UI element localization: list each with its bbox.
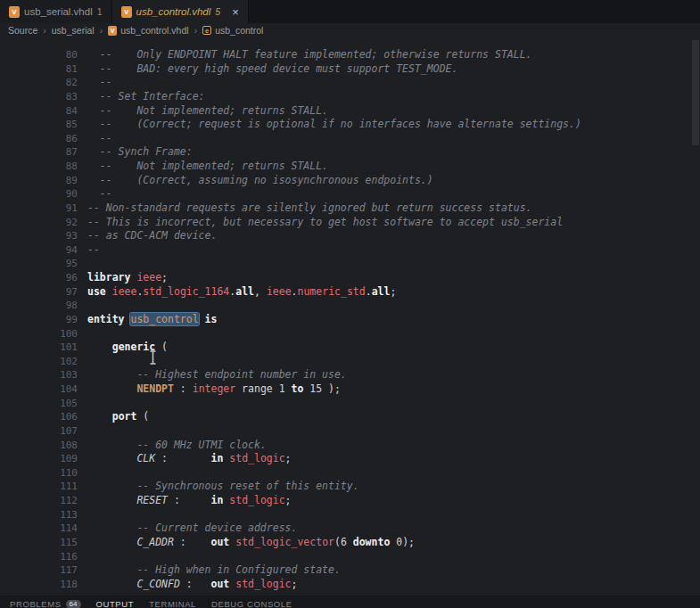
code-line[interactable]: 100 — [0, 327, 700, 341]
code-text — [80, 355, 87, 369]
code-text: use ieee.std_logic_1164.all, ieee.numeri… — [80, 285, 396, 300]
breadcrumb-item-usb-serial[interactable]: usb_serial — [52, 25, 95, 36]
line-number: 98 — [0, 299, 80, 313]
code-line[interactable]: 116 — [0, 550, 700, 564]
code-editor[interactable]: 80 -- Only ENDPOINT HALT feature impleme… — [0, 37, 700, 596]
code-text: -- Not implemented; returns STALL. — [80, 104, 328, 119]
code-text: -- Synch Frame: — [80, 145, 193, 160]
code-text — [80, 397, 87, 411]
code-line[interactable]: 102 — [0, 355, 700, 369]
code-line[interactable]: 97use ieee.std_logic_1164.all, ieee.nume… — [0, 285, 700, 300]
code-line[interactable]: 87 -- Synch Frame: — [0, 145, 700, 160]
code-line[interactable]: 84 -- Not implemented; returns STALL. — [0, 104, 700, 119]
breadcrumb-file-label: usb_control.vhdl — [120, 25, 188, 36]
tab-usb-control-vhdl[interactable]: V usb_control.vhdl 5 × — [112, 0, 249, 23]
breadcrumb-item-usb-control-vhdl[interactable]: V usb_control.vhdl — [108, 25, 188, 36]
breadcrumb-item-usb-control-symbol[interactable]: e usb_control — [202, 25, 263, 36]
code-text: -- Set Interface: — [80, 90, 205, 104]
code-text: -- 60 MHz UTMI clock. — [80, 439, 267, 453]
line-number: 115 — [0, 536, 80, 550]
line-number: 117 — [0, 563, 80, 578]
code-line[interactable]: 91-- Non-standard requests are silently … — [0, 201, 700, 216]
code-line[interactable]: 110 — [0, 466, 700, 481]
line-number: 108 — [0, 439, 80, 453]
code-line[interactable]: 111 -- Synchronous reset of this entity. — [0, 480, 700, 494]
line-number: 106 — [0, 410, 80, 424]
code-line[interactable]: 105 — [0, 397, 700, 411]
chevron-right-icon: › — [100, 25, 103, 36]
code-line[interactable]: 81 -- BAD: every high speed device must … — [0, 62, 700, 77]
line-number: 86 — [0, 132, 80, 146]
code-line[interactable]: 93-- as CDC-ACM device. — [0, 229, 700, 243]
tab-label: usb_control.vhdl — [136, 6, 211, 17]
code-line[interactable]: 99entity usb_control is — [0, 313, 700, 327]
breadcrumb-item-source[interactable]: Source — [8, 25, 37, 36]
line-number: 110 — [0, 466, 80, 481]
code-text: -- Non-standard requests are silently ig… — [80, 201, 532, 216]
code-line[interactable]: 114 -- Current device address. — [0, 522, 700, 536]
code-line[interactable]: 109 CLK : in std_logic; — [0, 452, 700, 466]
code-line[interactable]: 113 — [0, 508, 700, 522]
tab-usb-serial-vhdl[interactable]: V usb_serial.vhdl 1 — [0, 0, 112, 23]
code-line[interactable]: 82 -- — [0, 76, 700, 90]
code-text: -- This is incorrect, but necessary to g… — [80, 216, 563, 230]
code-line[interactable]: 118 C_CONFD : out std_logic; — [0, 578, 700, 592]
code-text: -- as CDC-ACM device. — [80, 229, 217, 243]
line-number: 80 — [0, 48, 80, 62]
line-number: 90 — [0, 187, 80, 201]
code-text: -- Synchronous reset of this entity. — [80, 480, 359, 494]
code-text: RESET : in std_logic; — [80, 494, 292, 508]
line-number: 114 — [0, 522, 80, 536]
code-line[interactable]: 103 -- Highest endpoint number in use. — [0, 368, 700, 382]
panel-tab-terminal[interactable]: TERMINAL — [149, 599, 196, 608]
line-number: 104 — [0, 382, 80, 397]
code-line[interactable]: 88 -- Not implemented; returns STALL. — [0, 160, 700, 174]
code-text: -- — [80, 187, 112, 201]
line-number: 118 — [0, 578, 80, 592]
line-number: 88 — [0, 160, 80, 174]
scrollbar[interactable] — [691, 37, 700, 596]
code-line[interactable]: 94-- — [0, 243, 700, 258]
vhdl-file-icon: V — [121, 6, 132, 18]
line-number: 100 — [0, 327, 80, 341]
problems-count-badge: 64 — [66, 600, 81, 608]
code-text: -- — [80, 132, 112, 146]
code-line[interactable]: 108 -- 60 MHz UTMI clock. — [0, 439, 700, 453]
code-line[interactable]: 117 -- High when in Configured state. — [0, 563, 700, 578]
line-number: 93 — [0, 229, 80, 243]
vhdl-file-icon: V — [9, 6, 20, 18]
code-text: CLK : in std_logic; — [80, 452, 292, 466]
panel-tab-problems[interactable]: PROBLEMS 64 — [10, 599, 81, 608]
code-line[interactable]: 106 port ( — [0, 410, 700, 424]
code-line[interactable]: 115 C_ADDR : out std_logic_vector(6 down… — [0, 536, 700, 550]
line-number: 99 — [0, 313, 80, 327]
code-line[interactable]: 92-- This is incorrect, but necessary to… — [0, 216, 700, 230]
close-icon[interactable]: × — [232, 6, 239, 18]
code-text: -- Current device address. — [80, 522, 297, 536]
code-line[interactable]: 89 -- (Correct, assuming no isosynchrono… — [0, 174, 700, 188]
code-text — [80, 508, 87, 522]
code-text — [80, 327, 87, 341]
scrollbar-thumb[interactable] — [692, 40, 699, 145]
code-line[interactable]: 96library ieee; — [0, 271, 700, 285]
code-text: generic ( — [80, 341, 168, 355]
code-line[interactable]: 80 -- Only ENDPOINT HALT feature impleme… — [0, 48, 700, 62]
code-line[interactable]: 104 NENDPT : integer range 1 to 15 ); — [0, 382, 700, 397]
code-line[interactable]: 90 -- — [0, 187, 700, 201]
code-line[interactable]: 101 generic ( — [0, 341, 700, 355]
line-number: 116 — [0, 550, 80, 564]
code-line[interactable]: 107 — [0, 424, 700, 439]
panel-tab-output[interactable]: OUTPUT — [96, 599, 135, 608]
line-number: 113 — [0, 508, 80, 522]
panel-tab-bar: PROBLEMS 64 OUTPUT TERMINAL DEBUG CONSOL… — [0, 596, 700, 608]
code-line[interactable]: 85 -- (Correct; request is optional if n… — [0, 118, 700, 132]
code-line[interactable]: 83 -- Set Interface: — [0, 90, 700, 104]
code-line[interactable]: 95 — [0, 257, 700, 271]
editor-tab-bar: V usb_serial.vhdl 1 V usb_control.vhdl 5… — [0, 0, 700, 23]
panel-tab-debug-console[interactable]: DEBUG CONSOLE — [211, 599, 292, 608]
line-number: 81 — [0, 62, 80, 77]
code-line[interactable]: 98 — [0, 299, 700, 313]
code-line[interactable]: 112 RESET : in std_logic; — [0, 494, 700, 508]
code-text: C_ADDR : out std_logic_vector(6 downto 0… — [80, 536, 415, 550]
code-line[interactable]: 86 -- — [0, 132, 700, 146]
